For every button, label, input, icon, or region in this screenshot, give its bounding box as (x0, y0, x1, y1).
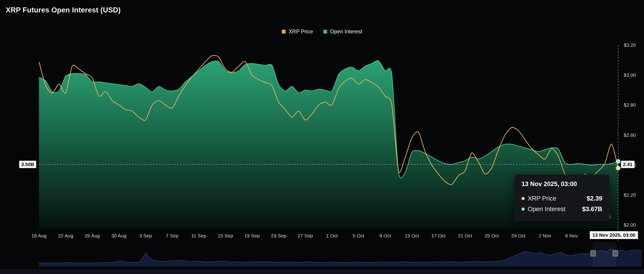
x-axis-tick: 23 Sep (271, 233, 286, 239)
tooltip-row-xrp-price: XRP Price $2.39 (522, 193, 602, 204)
x-axis-tick: 11 Sep (191, 233, 206, 239)
tooltip-row-open-interest: Open Interest $3.67B (522, 204, 602, 214)
navigator-area (39, 249, 642, 267)
x-axis-tick: 5 Oct (353, 233, 364, 239)
tooltip-date: 13 Nov 2025, 03:00 (522, 180, 602, 188)
right-axis-tick: $2.60 (624, 133, 636, 138)
navigator-mini-chart[interactable] (39, 242, 642, 267)
right-axis-tick: $3.20 (624, 42, 636, 48)
x-axis-tick: 17 Oct (431, 233, 446, 239)
right-axis-tick: $2.80 (624, 102, 636, 108)
tooltip-value-xrp-price: $2.39 (586, 195, 602, 202)
tooltip-label-open-interest: Open Interest (528, 206, 566, 213)
chart-tooltip: 13 Nov 2025, 03:00 XRP Price $2.39 Open … (514, 174, 610, 221)
x-axis-tick: 26 Aug (85, 233, 100, 239)
footer-strip (0, 270, 644, 274)
oi-chart-widget: XRP Futures Open Interest (USD) XRP Pric… (0, 0, 644, 274)
x-axis-tick: 27 Sep (298, 233, 313, 239)
legend-item-xrp-price[interactable]: XRP Price (282, 28, 313, 35)
open-interest-swatch-icon (323, 30, 327, 34)
chart-title: XRP Futures Open Interest (USD) (6, 6, 121, 14)
open-interest-last-point-marker (616, 159, 620, 163)
xrp-price-last-point-marker (616, 166, 620, 170)
x-axis-tick: 3 Sep (139, 233, 152, 239)
crosshair-horizontal-line (39, 164, 618, 165)
x-axis-tick: 22 Aug (58, 233, 73, 239)
crosshair-right-value-label: 2.41 (621, 161, 634, 168)
x-axis-tick: 30 Aug (112, 233, 126, 239)
x-axis-tick: 6 Nov (565, 233, 578, 239)
chart-legend: XRP Price Open Interest (0, 28, 644, 35)
right-axis-tick: $3.00 (624, 72, 636, 78)
right-axis-tick: $2.20 (624, 192, 636, 198)
tooltip-label-xrp-price: XRP Price (528, 195, 556, 202)
open-interest-dot-icon (522, 207, 525, 211)
x-axis-tick: 15 Sep (218, 233, 233, 239)
x-axis-tick: 18 Aug (32, 233, 46, 239)
x-axis-tick: 21 Oct (458, 233, 472, 239)
legend-label-open-interest: Open Interest (330, 28, 362, 35)
x-axis-tick: 25 Oct (484, 233, 499, 239)
crosshair-left-value-label: 3.50B (19, 161, 36, 168)
tooltip-value-open-interest: $3.67B (582, 206, 602, 213)
xrp-price-dot-icon (522, 197, 525, 200)
xrp-price-swatch-icon (282, 30, 286, 34)
navigator-handle-left-icon[interactable] (590, 250, 596, 257)
x-axis-tick: 1 Oct (326, 233, 338, 239)
legend-label-xrp-price: XRP Price (289, 28, 313, 35)
x-axis-tick: 9 Oct (379, 233, 391, 239)
x-axis-tick: 29 Oct (511, 233, 526, 239)
x-axis-tick: 19 Sep (244, 233, 260, 239)
x-axis-tick: 13 Oct (405, 233, 419, 239)
x-axis-tick: 2 Nov (538, 233, 551, 239)
x-axis-tick: 7 Sep (166, 233, 178, 239)
legend-item-open-interest[interactable]: Open Interest (323, 28, 362, 35)
crosshair-date-label: 13 Nov 2025, 03:00 (590, 231, 638, 239)
navigator-handle-right-icon[interactable] (612, 250, 618, 257)
crosshair-vertical-line (618, 45, 618, 241)
right-axis-tick: $2.00 (624, 222, 636, 228)
